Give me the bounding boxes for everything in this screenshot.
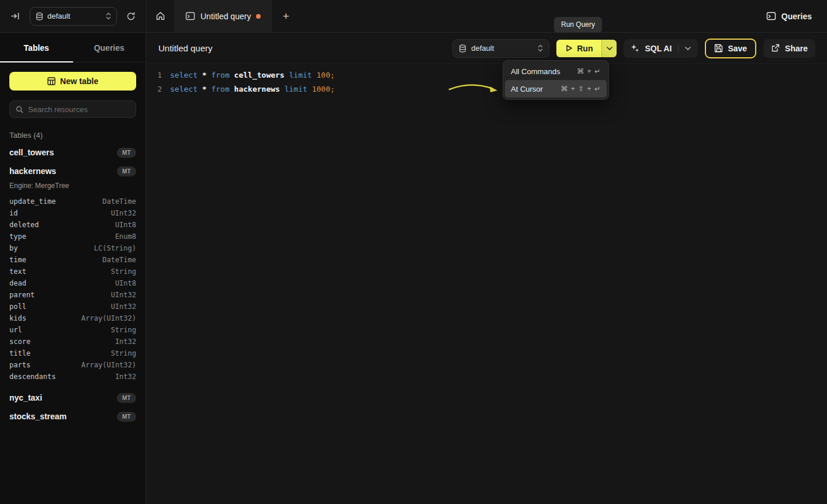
run-options-caret[interactable] bbox=[601, 40, 617, 57]
table-row-hackernews[interactable]: hackernews MT bbox=[9, 162, 136, 180]
menu-item-at-cursor[interactable]: At Cursor ⌘ + ⇧ + ↵ bbox=[505, 80, 607, 98]
menu-item-label: All Commands bbox=[511, 67, 560, 76]
menu-item-shortcut: ⌘ + ↵ bbox=[577, 67, 601, 75]
column-row[interactable]: typeEnum8 bbox=[9, 231, 136, 242]
sql-ai-button[interactable]: SQL AI bbox=[624, 39, 698, 58]
column-name: text bbox=[9, 267, 26, 276]
column-row[interactable]: urlString bbox=[9, 324, 136, 336]
save-button[interactable]: Save bbox=[705, 39, 756, 58]
sidebar-tabs: Tables Queries bbox=[0, 33, 146, 62]
column-row[interactable]: deletedUInt8 bbox=[9, 219, 136, 231]
line-number: 2 bbox=[147, 82, 162, 96]
topbar-database-value: default bbox=[47, 12, 102, 20]
engine-badge: MT bbox=[117, 412, 136, 422]
engine-badge: MT bbox=[117, 393, 136, 403]
column-row[interactable]: byLC(String) bbox=[9, 242, 136, 254]
column-row[interactable]: textString bbox=[9, 266, 136, 277]
column-row[interactable]: scoreInt32 bbox=[9, 336, 136, 347]
column-row[interactable]: deadUInt8 bbox=[9, 277, 136, 289]
column-type: UInt32 bbox=[111, 291, 136, 299]
column-name: title bbox=[9, 349, 30, 357]
column-type: UInt32 bbox=[111, 209, 136, 217]
editor-header: Untitled query default bbox=[147, 33, 827, 64]
run-split-button: Run bbox=[556, 40, 617, 57]
column-type: Int32 bbox=[115, 373, 136, 381]
sidebar-tab-queries[interactable]: Queries bbox=[73, 33, 146, 62]
menu-item-all-commands[interactable]: All Commands ⌘ + ↵ bbox=[505, 62, 607, 80]
queries-button[interactable]: Queries bbox=[766, 12, 812, 21]
code-line[interactable]: 1select * from cell_towers limit 100; bbox=[147, 68, 827, 82]
column-name: parts bbox=[9, 361, 30, 369]
run-query-tooltip: Run Query bbox=[554, 17, 602, 33]
sparkle-icon bbox=[631, 44, 639, 53]
column-row[interactable]: parentUInt32 bbox=[9, 289, 136, 301]
query-tab-icon bbox=[185, 12, 195, 20]
code-text: select * from hackernews limit 1000; bbox=[170, 82, 335, 96]
column-type: UInt8 bbox=[115, 221, 136, 229]
database-icon bbox=[36, 12, 43, 20]
tables-list: cell_towers MT hackernews MT Engine: Mer… bbox=[9, 143, 136, 426]
table-name: stocks_stream bbox=[9, 412, 67, 421]
queries-button-label: Queries bbox=[781, 12, 812, 21]
unsaved-dot bbox=[256, 14, 261, 19]
editor-database-value: default bbox=[471, 44, 533, 53]
share-button[interactable]: Share bbox=[763, 39, 815, 58]
tab-untitled-query[interactable]: Untitled query bbox=[174, 0, 272, 32]
code-line[interactable]: 2select * from hackernews limit 1000; bbox=[147, 82, 827, 96]
column-name: url bbox=[9, 326, 22, 334]
tab-label: Untitled query bbox=[200, 12, 251, 21]
new-table-button[interactable]: New table bbox=[9, 72, 136, 91]
column-row[interactable]: descendantsInt32 bbox=[9, 371, 136, 383]
column-type: UInt32 bbox=[111, 303, 136, 311]
queries-icon bbox=[766, 12, 776, 20]
search-icon bbox=[16, 106, 23, 113]
chevron-down-icon[interactable] bbox=[685, 47, 691, 50]
table-row-stocks-stream[interactable]: stocks_stream MT bbox=[9, 407, 136, 426]
database-icon bbox=[459, 44, 466, 53]
run-button[interactable]: Run bbox=[556, 40, 601, 57]
column-row[interactable]: pollUInt32 bbox=[9, 301, 136, 312]
editor-database-selector[interactable]: default bbox=[452, 39, 549, 58]
line-number: 1 bbox=[147, 68, 162, 82]
column-row[interactable]: titleString bbox=[9, 347, 136, 359]
column-name: dead bbox=[9, 279, 26, 287]
code-text: select * from cell_towers limit 100; bbox=[170, 68, 335, 82]
new-tab-button[interactable]: + bbox=[272, 0, 300, 32]
column-row[interactable]: idUInt32 bbox=[9, 207, 136, 219]
column-type: UInt8 bbox=[115, 279, 136, 287]
table-grid-icon bbox=[47, 77, 56, 85]
save-button-label: Save bbox=[728, 44, 747, 53]
column-name: descendants bbox=[9, 373, 56, 381]
save-icon bbox=[714, 44, 723, 53]
table-row-nyc-taxi[interactable]: nyc_taxi MT bbox=[9, 388, 136, 407]
updown-chevron-icon bbox=[538, 44, 543, 52]
menu-item-label: At Cursor bbox=[511, 85, 543, 93]
search-box bbox=[9, 100, 136, 118]
sidebar-tab-tables[interactable]: Tables bbox=[0, 33, 73, 62]
table-name: cell_towers bbox=[9, 148, 54, 157]
sidebar-expand-icon[interactable] bbox=[8, 9, 23, 23]
column-row[interactable]: timeDateTime bbox=[9, 254, 136, 266]
play-icon bbox=[565, 44, 573, 52]
table-row-cell-towers[interactable]: cell_towers MT bbox=[9, 143, 136, 162]
column-type: String bbox=[111, 349, 136, 357]
main-area: Untitled query default bbox=[147, 33, 827, 504]
topbar-database-selector[interactable]: default bbox=[30, 7, 117, 26]
column-row[interactable]: partsArray(UInt32) bbox=[9, 359, 136, 371]
search-input[interactable] bbox=[28, 105, 130, 114]
share-icon bbox=[771, 44, 780, 53]
engine-label: Engine: MergeTree bbox=[9, 182, 136, 190]
refresh-icon[interactable] bbox=[124, 9, 138, 23]
column-row[interactable]: update_timeDateTime bbox=[9, 196, 136, 207]
topbar: default bbox=[0, 0, 827, 33]
tabstrip: Untitled query + bbox=[146, 0, 300, 32]
divider bbox=[678, 44, 679, 53]
menu-item-shortcut: ⌘ + ⇧ + ↵ bbox=[561, 85, 601, 93]
home-icon bbox=[155, 11, 165, 21]
column-row[interactable]: kidsArray(UInt32) bbox=[9, 312, 136, 324]
column-name: update_time bbox=[9, 197, 56, 206]
tab-home[interactable] bbox=[146, 0, 174, 32]
sql-editor[interactable]: 1select * from cell_towers limit 100;2se… bbox=[147, 64, 827, 96]
column-type: Array(UInt32) bbox=[81, 314, 136, 322]
column-name: id bbox=[9, 209, 18, 217]
